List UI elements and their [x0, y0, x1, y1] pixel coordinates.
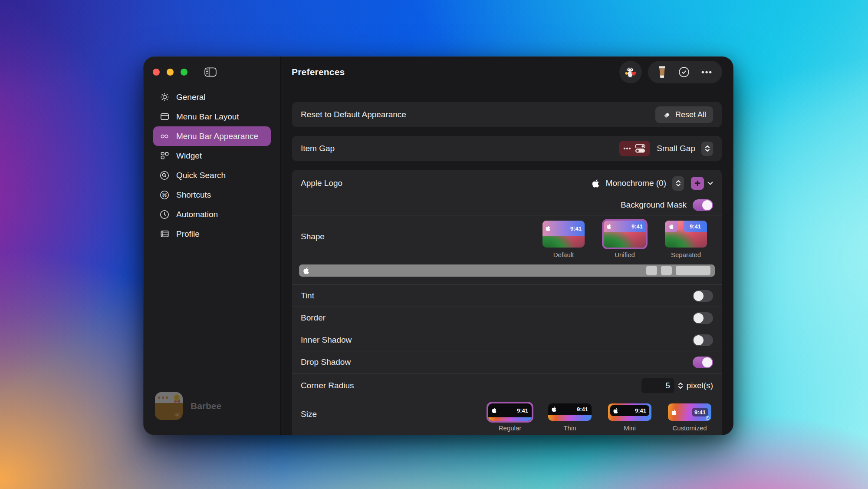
- sidebar-item-label: Automation: [176, 210, 218, 219]
- border-toggle[interactable]: [693, 312, 713, 324]
- menu-bar-preview-wrap: [292, 260, 722, 284]
- sidebar-item-menu-bar-layout[interactable]: Menu Bar Layout: [153, 107, 271, 126]
- add-color-button[interactable]: +: [691, 177, 704, 190]
- sidebar-item-label: Shortcuts: [176, 190, 211, 200]
- shape-option-default[interactable]: 9:41 Default: [542, 221, 585, 258]
- preferences-scroll-area[interactable]: Reset to Default Appearance Reset All It…: [281, 87, 733, 435]
- sidebar: General Menu Bar Layout Menu Bar Appeara…: [144, 57, 281, 435]
- apple-logo-style-value: Monochrome (0): [606, 178, 666, 188]
- item-gap-badge: •••: [619, 141, 651, 156]
- desktop-wallpaper: { "header": { "title": "Preferences", "t…: [0, 0, 868, 489]
- reset-appearance-card: Reset to Default Appearance Reset All: [292, 102, 722, 127]
- apple-logo-icon: [303, 267, 309, 274]
- sidebar-item-widget[interactable]: Widget: [153, 146, 271, 165]
- item-gap-value: Small Gap: [657, 144, 695, 153]
- corner-radius-label: Corner Radius: [301, 381, 354, 390]
- sidebar-item-shortcuts[interactable]: ⌘ Shortcuts: [153, 185, 271, 205]
- corner-radius-stepper[interactable]: [678, 383, 683, 389]
- item-gap-label: Item Gap: [301, 144, 335, 153]
- stacked-toggles-icon: [635, 143, 646, 154]
- size-options: 9:41 Regular 9:41: [488, 403, 713, 432]
- preview-time: 9:41: [577, 406, 588, 413]
- reset-row-label: Reset to Default Appearance: [301, 110, 406, 119]
- shape-option-label: Unified: [615, 251, 635, 258]
- sidebar-toggle-icon[interactable]: [204, 66, 217, 78]
- background-mask-label: Background Mask: [621, 200, 687, 210]
- background-mask-toggle[interactable]: [693, 199, 713, 211]
- shape-option-separated[interactable]: 9:41 Separated: [665, 221, 707, 258]
- sidebar-item-label: Quick Search: [176, 171, 226, 180]
- preview-time: 9:41: [631, 223, 643, 230]
- inner-shadow-toggle[interactable]: [693, 334, 713, 346]
- sidebar-item-label: Menu Bar Appearance: [176, 132, 258, 141]
- sidebar-item-automation[interactable]: Automation: [153, 205, 271, 224]
- flower-glyph-icon: [174, 411, 181, 418]
- size-option-label: Customized: [672, 424, 707, 432]
- sidebar-nav: General Menu Bar Layout Menu Bar Appeara…: [144, 87, 280, 392]
- rows-icon: [159, 229, 170, 239]
- apple-logo-row: Apple Logo Monochrome (0) +: [292, 170, 722, 195]
- tint-label: Tint: [301, 291, 314, 301]
- drop-shadow-label: Drop Shadow: [301, 357, 351, 367]
- tiny-clock-icon: [706, 416, 710, 420]
- verified-seal-button[interactable]: [677, 66, 690, 79]
- item-gap-stepper[interactable]: [701, 142, 713, 156]
- sidebar-item-quick-search[interactable]: Quick Search: [153, 165, 271, 185]
- close-button[interactable]: [153, 69, 160, 76]
- size-option-customized[interactable]: 9:41 Customized: [668, 403, 711, 432]
- sidebar-item-label: Widget: [176, 151, 202, 161]
- support-penguin-button[interactable]: [619, 61, 642, 83]
- shape-option-unified[interactable]: 9:41 Unified: [604, 221, 646, 258]
- menu-bar-item-chip: [646, 266, 657, 275]
- shape-options: 9:41 Default 9:41: [542, 221, 713, 258]
- eraser-icon: [662, 110, 671, 119]
- window-layout-icon: [159, 112, 170, 122]
- preview-time: 9:41: [517, 407, 528, 414]
- tint-row: Tint: [292, 285, 722, 307]
- shape-thumb-separated: 9:41: [665, 221, 707, 248]
- more-options-button[interactable]: •••: [701, 67, 713, 77]
- preview-time: 9:41: [690, 223, 701, 230]
- appearance-card: Apple Logo Monochrome (0) + Background M…: [292, 170, 722, 435]
- magnifier-circle-icon: [159, 170, 170, 181]
- size-option-label: Mini: [624, 424, 636, 432]
- shape-option-label: Separated: [671, 251, 701, 258]
- sidebar-item-menu-bar-appearance[interactable]: Menu Bar Appearance: [153, 126, 271, 146]
- gear-icon: [159, 92, 170, 102]
- menu-bar-item-chip: [661, 266, 672, 275]
- item-gap-card: Item Gap ••• Small Gap: [292, 136, 722, 161]
- zoom-button[interactable]: [181, 69, 187, 76]
- shape-label: Shape: [301, 232, 325, 241]
- size-thumb-regular: 9:41: [488, 403, 532, 421]
- glasses-icon: [159, 131, 170, 142]
- sidebar-footer: Barbee: [144, 392, 280, 435]
- widget-grid-icon: [159, 151, 170, 161]
- minimize-button[interactable]: [167, 69, 174, 76]
- coffee-cup-button[interactable]: [658, 66, 667, 79]
- window-titlebar: [144, 57, 280, 87]
- tint-toggle[interactable]: [693, 290, 713, 302]
- inner-shadow-row: Inner Shadow: [292, 329, 722, 351]
- size-thumb-thin: 9:41: [548, 403, 592, 421]
- border-row: Border: [292, 307, 722, 329]
- size-option-thin[interactable]: 9:41 Thin: [548, 403, 592, 432]
- clock-circle-icon: [159, 209, 170, 220]
- sidebar-item-profile[interactable]: Profile: [153, 224, 271, 244]
- menu-bar-preview: [299, 264, 715, 277]
- size-option-regular[interactable]: 9:41 Regular: [488, 403, 532, 432]
- content-header: Preferences: [281, 57, 733, 87]
- drop-shadow-toggle[interactable]: [693, 357, 713, 368]
- corner-radius-row: Corner Radius 5 pixel(s): [292, 373, 722, 398]
- size-thumb-customized: 9:41: [668, 403, 711, 421]
- size-thumb-mini: 9:41: [608, 403, 651, 421]
- vip-badge-icon: [174, 394, 180, 401]
- toolbar-pill-group: •••: [648, 61, 722, 83]
- reset-all-button[interactable]: Reset All: [655, 106, 713, 123]
- size-label: Size: [301, 410, 317, 419]
- sidebar-item-general[interactable]: General: [153, 87, 271, 107]
- border-label: Border: [301, 313, 326, 323]
- size-option-mini[interactable]: 9:41 Mini: [608, 403, 651, 432]
- corner-radius-input[interactable]: 5: [641, 378, 674, 393]
- apple-logo-style-stepper[interactable]: [672, 176, 684, 191]
- chevron-down-icon[interactable]: [707, 182, 713, 185]
